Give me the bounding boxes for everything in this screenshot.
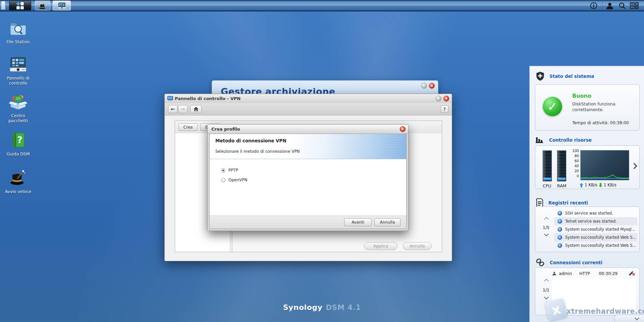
desktop-icon-file-station[interactable]: File Station xyxy=(2,19,34,44)
radio-option-pptp[interactable]: PPTP xyxy=(221,168,238,173)
ram-gauge-label: RAM xyxy=(557,183,567,188)
help-button[interactable]: ? xyxy=(441,105,448,113)
info-icon: i xyxy=(557,219,562,224)
network-throughput: 1 KB/s 1 KB/s xyxy=(580,183,616,187)
info-icon: i xyxy=(557,235,562,240)
dsm-help-icon: ? xyxy=(10,132,26,148)
back-button[interactable]: ← xyxy=(168,105,177,113)
minimize-button[interactable] xyxy=(436,96,441,101)
watermark-text: xtremehardware.com xyxy=(567,307,644,315)
user-menu-button[interactable] xyxy=(605,2,614,10)
log-document-icon xyxy=(536,198,544,207)
brand-logo: Synology xyxy=(283,303,323,312)
connection-row[interactable]: admin HTTP 00:30:29 xyxy=(552,271,635,276)
connections-page-up-chevron[interactable] xyxy=(544,279,549,283)
log-row[interactable]: iSystem successfully started Mysql... xyxy=(554,225,637,233)
disconnect-plug-icon[interactable] xyxy=(629,271,635,276)
shield-icon xyxy=(536,72,545,81)
wizard-options: PPTP OpenVPN xyxy=(210,159,406,216)
main-menu-button[interactable] xyxy=(9,1,31,10)
svg-text:?: ? xyxy=(17,135,22,145)
dialog-titlebar[interactable]: Crea profilo × xyxy=(208,125,408,134)
taskbar xyxy=(0,0,644,11)
connection-protocol: HTTP xyxy=(579,271,590,276)
dialog-title: Crea profilo xyxy=(211,127,240,132)
control-panel-task-button[interactable] xyxy=(53,1,71,10)
desktop-icon-quick-start[interactable]: Avvio veloce xyxy=(2,169,34,194)
radio-unselected-icon[interactable] xyxy=(221,178,225,182)
taskbar-separator xyxy=(603,1,603,10)
logs-page-up-chevron[interactable] xyxy=(544,217,549,222)
section-title: Controllo risorse xyxy=(549,137,592,143)
chain-link-icon xyxy=(536,258,545,267)
quick-launch-button[interactable] xyxy=(35,1,50,10)
dialog-footer: Avanti Annulla xyxy=(210,216,406,229)
radio-selected-icon[interactable] xyxy=(221,168,225,173)
uptime-label: Tempo di attività: 00:38:00 xyxy=(572,120,629,125)
connections-page-down-chevron[interactable] xyxy=(544,295,549,300)
file-station-icon xyxy=(9,19,27,36)
status-ok-icon: ✓ xyxy=(543,97,562,116)
system-widget-panel: Stato del sistema ✓ Buono DiskStation fu… xyxy=(529,66,644,322)
status-description: DiskStation funziona correttamente. xyxy=(572,101,628,112)
logs-page-down-chevron[interactable] xyxy=(544,232,549,236)
section-title: Registri recenti xyxy=(548,200,588,205)
main-menu-icon xyxy=(16,1,24,10)
create-profile-dialog: Crea profilo × Metodo di connessione VPN… xyxy=(207,124,409,231)
forward-button[interactable]: → xyxy=(178,105,187,113)
window-toolbar: ← → ? xyxy=(165,103,452,116)
cancel-button[interactable]: Annulla xyxy=(403,242,432,250)
cancel-button[interactable]: Annulla xyxy=(374,218,400,226)
resource-monitor-header: Controllo risorse xyxy=(536,136,592,144)
download-arrow-icon xyxy=(599,183,602,187)
expand-resource-monitor-chevron[interactable] xyxy=(631,163,637,169)
widget-panel-collapse-tab[interactable] xyxy=(614,315,644,322)
log-row[interactable]: iSystem successfully started Web S... xyxy=(554,233,637,241)
system-status-box: ✓ Buono DiskStation funziona correttamen… xyxy=(535,84,640,131)
pilot-view-icon xyxy=(630,2,639,9)
connection-duration: 00:30:29 xyxy=(599,271,618,276)
log-row[interactable]: iSSH service was started. xyxy=(554,209,637,217)
pilot-view-button[interactable] xyxy=(630,2,639,10)
control-panel-task-icon xyxy=(58,2,66,9)
system-info-button[interactable] xyxy=(589,2,598,10)
close-icon[interactable]: × xyxy=(400,126,406,132)
next-button[interactable]: Avanti xyxy=(344,218,372,226)
ram-gauge xyxy=(557,150,566,181)
radio-option-openvpn[interactable]: OpenVPN xyxy=(221,178,247,182)
user-icon xyxy=(606,2,614,10)
wizard-banner: Metodo di connessione VPN Selezionare il… xyxy=(210,134,406,159)
info-icon: i xyxy=(557,243,562,248)
resource-monitor-box: CPU RAM 100 80 60 40 20 0 1 KB/s 1 KB xyxy=(535,145,640,189)
recent-logs-header: Registri recenti xyxy=(536,198,588,207)
desktop-icon-package-center[interactable]: Centro pacchetti xyxy=(2,93,34,123)
home-icon xyxy=(194,107,199,111)
info-icon: i xyxy=(557,211,562,216)
create-button[interactable]: Crea xyxy=(178,123,198,131)
desktop: Gestore archiviazione × Pannello di cont… xyxy=(0,0,644,322)
status-value: Buono xyxy=(572,93,591,99)
search-icon xyxy=(619,2,626,10)
close-icon[interactable]: × xyxy=(429,83,435,89)
desktop-icon-control-panel[interactable]: Pannello di controllo xyxy=(2,56,34,86)
upload-value: 1 KB/s xyxy=(585,183,597,187)
info-icon: i xyxy=(557,227,562,232)
minimize-button[interactable] xyxy=(421,83,427,89)
apply-button[interactable]: Applica xyxy=(364,242,397,250)
log-list: iSSH service was started. iTelnet servic… xyxy=(554,209,637,249)
log-row[interactable]: iSystem successfully started Web S... xyxy=(554,241,637,249)
home-button[interactable] xyxy=(190,105,202,113)
desktop-icon-dsm-help[interactable]: ? Guida DSM xyxy=(2,132,34,156)
radio-label: OpenVPN xyxy=(228,178,247,182)
radio-label: PPTP xyxy=(228,168,238,173)
upload-arrow-icon xyxy=(580,183,583,187)
logs-pager: 1/5 xyxy=(540,225,552,230)
search-button[interactable] xyxy=(618,2,627,10)
window-titlebar[interactable]: Pannello di controllo - VPN × xyxy=(165,94,452,103)
show-desktop-button[interactable] xyxy=(1,1,5,10)
close-icon[interactable]: × xyxy=(443,96,449,101)
system-status-header: Stato del sistema xyxy=(536,72,594,81)
log-row[interactable]: iTelnet service was started. xyxy=(554,217,637,225)
magic-hat-icon xyxy=(39,2,47,9)
wizard-subheading: Selezionare il metodo di connessione VPN xyxy=(215,149,300,154)
